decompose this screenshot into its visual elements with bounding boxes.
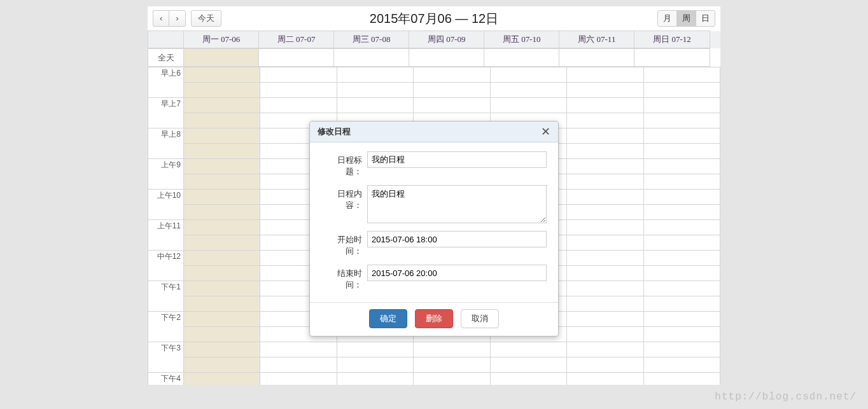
allday-cell[interactable]: [334, 49, 409, 67]
time-slot[interactable]: [643, 220, 720, 235]
allday-cell[interactable]: [184, 49, 259, 67]
time-slot[interactable]: [567, 235, 643, 251]
time-slot[interactable]: [643, 159, 720, 174]
time-slot[interactable]: [643, 128, 720, 144]
time-slot[interactable]: [337, 357, 413, 373]
time-slot[interactable]: [567, 190, 643, 205]
ok-button[interactable]: 确定: [369, 309, 407, 328]
time-slot[interactable]: [643, 205, 720, 220]
time-slot[interactable]: [567, 220, 643, 235]
time-slot[interactable]: [567, 373, 643, 385]
allday-cell[interactable]: [634, 49, 710, 67]
time-slot[interactable]: [184, 251, 260, 266]
allday-cell[interactable]: [559, 49, 634, 67]
time-slot[interactable]: [643, 190, 720, 205]
time-slot[interactable]: [184, 342, 260, 357]
time-slot[interactable]: [643, 327, 720, 342]
time-slot[interactable]: [643, 235, 720, 251]
time-slot[interactable]: [567, 327, 643, 342]
view-week[interactable]: 周: [677, 11, 696, 26]
time-slot[interactable]: [184, 327, 260, 342]
time-slot[interactable]: [490, 342, 566, 357]
event-content-input[interactable]: 我的日程: [367, 185, 547, 223]
time-slot[interactable]: [643, 174, 720, 190]
time-slot[interactable]: [567, 312, 643, 327]
time-slot[interactable]: [337, 67, 413, 83]
time-slot[interactable]: [643, 281, 720, 296]
time-slot[interactable]: [567, 113, 643, 128]
time-slot[interactable]: [184, 83, 260, 98]
time-slot[interactable]: [184, 67, 260, 83]
time-slot[interactable]: [567, 67, 643, 83]
time-slot[interactable]: [567, 296, 643, 312]
time-slot[interactable]: [567, 251, 643, 266]
time-slot[interactable]: [643, 266, 720, 281]
time-slot[interactable]: [567, 83, 643, 98]
time-slot[interactable]: [337, 83, 413, 98]
time-slot[interactable]: [567, 266, 643, 281]
cancel-button[interactable]: 取消: [461, 309, 499, 328]
time-slot[interactable]: [567, 281, 643, 296]
time-slot[interactable]: [643, 83, 720, 98]
time-slot[interactable]: [184, 357, 260, 373]
time-slot[interactable]: [490, 373, 566, 385]
day-header-mon[interactable]: 周一 07-06: [184, 31, 259, 48]
day-header-tue[interactable]: 周二 07-07: [259, 31, 334, 48]
time-slot[interactable]: [567, 357, 643, 373]
time-slot[interactable]: [184, 144, 260, 159]
time-slot[interactable]: [184, 296, 260, 312]
day-header-wed[interactable]: 周三 07-08: [334, 31, 409, 48]
allday-cell[interactable]: [484, 49, 559, 67]
time-slot[interactable]: [337, 342, 413, 357]
time-slot[interactable]: [337, 98, 413, 113]
time-slot[interactable]: [184, 266, 260, 281]
time-slot[interactable]: [184, 312, 260, 327]
time-slot[interactable]: [414, 357, 490, 373]
allday-cell[interactable]: [409, 49, 484, 67]
time-slot[interactable]: [260, 373, 337, 385]
time-slot[interactable]: [184, 205, 260, 220]
time-slot[interactable]: [414, 342, 490, 357]
time-slot[interactable]: [337, 373, 413, 385]
time-slot[interactable]: [260, 357, 337, 373]
time-slot[interactable]: [260, 98, 337, 113]
time-slot[interactable]: [567, 205, 643, 220]
day-header-thu[interactable]: 周四 07-09: [409, 31, 484, 48]
time-slot[interactable]: [643, 296, 720, 312]
time-slot[interactable]: [643, 67, 720, 83]
time-slot[interactable]: [567, 174, 643, 190]
time-slot[interactable]: [414, 373, 490, 385]
time-slot[interactable]: [567, 159, 643, 174]
time-slot[interactable]: [184, 373, 260, 385]
time-slot[interactable]: [184, 174, 260, 190]
time-slot[interactable]: [414, 98, 490, 113]
time-slot[interactable]: [184, 220, 260, 235]
time-slot[interactable]: [567, 342, 643, 357]
time-slot[interactable]: [643, 144, 720, 159]
time-slot[interactable]: [643, 312, 720, 327]
time-slot[interactable]: [490, 67, 566, 83]
time-slot[interactable]: [567, 144, 643, 159]
time-slot[interactable]: [184, 281, 260, 296]
time-slot[interactable]: [643, 342, 720, 357]
time-slot[interactable]: [490, 357, 566, 373]
time-slot[interactable]: [260, 83, 337, 98]
day-header-sat[interactable]: 周六 07-11: [559, 31, 634, 48]
time-slot[interactable]: [184, 128, 260, 144]
time-slot[interactable]: [414, 67, 490, 83]
time-slot[interactable]: [643, 357, 720, 373]
view-month[interactable]: 月: [658, 11, 677, 26]
time-slot[interactable]: [184, 159, 260, 174]
time-slot[interactable]: [414, 83, 490, 98]
next-button[interactable]: ›: [169, 10, 185, 27]
day-header-fri[interactable]: 周五 07-10: [484, 31, 559, 48]
time-slot[interactable]: [184, 190, 260, 205]
delete-button[interactable]: 删除: [415, 309, 453, 328]
event-start-input[interactable]: [367, 231, 547, 247]
time-slot[interactable]: [643, 373, 720, 385]
time-slot[interactable]: [643, 251, 720, 266]
time-slot[interactable]: [490, 98, 566, 113]
view-day[interactable]: 日: [696, 11, 715, 26]
time-slot[interactable]: [184, 98, 260, 113]
time-slot[interactable]: [567, 98, 643, 113]
